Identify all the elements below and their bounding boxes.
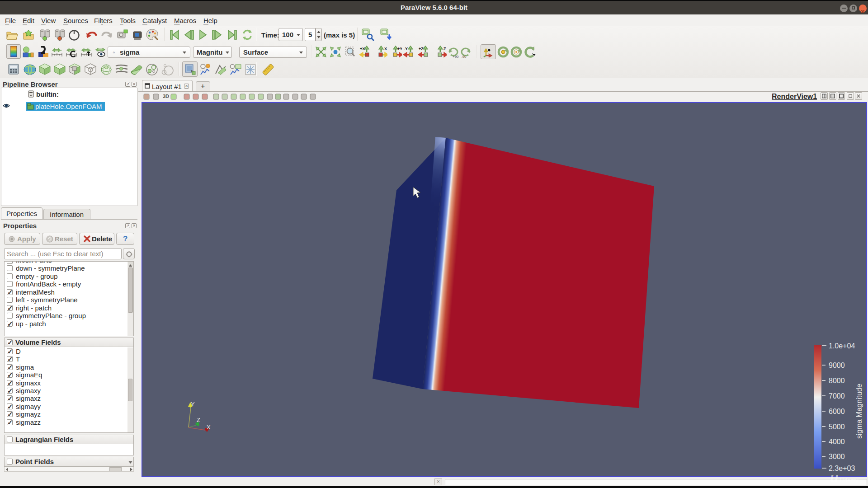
svg-text:-X: -X — [383, 47, 387, 51]
svg-text:+Y: +Y — [397, 47, 402, 51]
svg-text:+Z: +Z — [419, 47, 424, 51]
svg-text:-Y: -Y — [404, 47, 408, 51]
svg-text:+90: +90 — [453, 55, 459, 58]
svg-text:-90: -90 — [461, 55, 467, 58]
svg-text:+X: +X — [360, 47, 365, 51]
svg-text:-Z: -Z — [442, 47, 446, 51]
